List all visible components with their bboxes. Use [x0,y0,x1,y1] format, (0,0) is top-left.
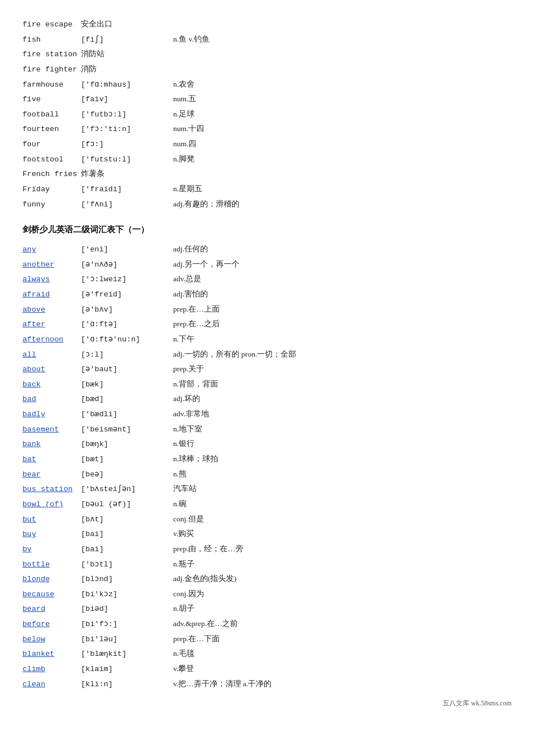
word-link[interactable]: bear [22,467,79,482]
list-item: bad[bæd]adj.坏的 [22,392,512,407]
word-phonetic: [bi'ləu] [81,632,171,647]
word-definition: prep.在…下面 [173,632,220,646]
word-definition: v.购买 [173,526,194,541]
word-phonetic: ['futbɔ:l] [81,107,171,122]
word-definition: n.下午 [173,332,194,346]
word-definition: adv.总是 [173,272,201,286]
word-phonetic: [bʌt] [81,512,171,527]
word-phonetic: ['eni] [81,242,171,257]
word-link[interactable]: because [22,587,79,602]
word-definition: n.地下室 [173,422,202,436]
word-link[interactable]: another [22,258,79,272]
list-item: climb[klaim]v.攀登 [22,662,512,677]
list-item: bank[bæŋk]n.银行 [22,436,512,452]
word-phonetic: [ə'bʌv] [81,303,171,317]
word-link[interactable]: blonde [22,572,79,587]
word-phonetic: [biəd] [81,602,171,616]
word-definition: num.四 [173,137,196,151]
word-link[interactable]: any [22,242,79,257]
list-item: bear[beə]n.熊 [22,467,512,482]
word-phonetic: ['ɑ:ftə] [81,317,171,332]
word-definition: adj.害怕的 [173,287,208,302]
word-definition: conj.但是 [173,512,204,526]
list-item: but[bʌt]conj.但是 [22,512,512,527]
list-item: beard[biəd]n.胡子 [22,601,512,616]
list-item: about[ə'baut]prep.关于 [22,362,512,377]
word-phonetic: ['ɑ:ftə'nu:n] [81,332,171,347]
list-item: bottle['bɔtl]n.瓶子 [22,557,512,572]
word-link[interactable]: badly [22,407,79,422]
word-definition: prep.关于 [173,362,204,376]
list-item: fish[fiʃ]n.鱼 v.钓鱼 [22,32,512,47]
list-item: blanket['blæŋkit]n.毛毯 [22,646,512,662]
word-phonetic: [bi'kɔz] [81,587,171,602]
word-link[interactable]: bowl (of) [22,497,79,512]
word-definition: adj.另一个，再一个 [173,257,239,272]
list-item: football['futbɔ:l]n.足球 [22,107,512,122]
word-definition: adj.一切的，所有的 pron.一切；全部 [173,347,296,362]
word-definition: n.背部，背面 [173,377,218,392]
word-definition: n.瓶子 [173,557,194,572]
word-phonetic: ['futstu:l] [81,152,171,167]
word-phonetic: ['bʌsteiʃən] [81,482,171,497]
word-link[interactable]: above [22,303,79,317]
list-item: another[ə'nʌðə]adj.另一个，再一个 [22,257,512,272]
word-link[interactable]: bottle [22,557,79,572]
list-item: any['eni]adj.任何的 [22,242,512,257]
word-link[interactable]: back [22,377,79,392]
word-link[interactable]: basement [22,422,79,437]
word-phonetic: [bai] [81,527,171,542]
word-phonetic: [ə'freid] [81,287,171,302]
word-link[interactable]: afraid [22,287,79,302]
word-english: fish [22,33,79,47]
list-item: because[bi'kɔz]conj.因为 [22,587,512,602]
word-link[interactable]: buy [22,527,79,542]
word-phonetic: ['fʌni] [81,197,171,212]
word-link[interactable]: all [22,348,79,362]
word-link[interactable]: clean [22,677,79,692]
list-item: footstool['futstu:l]n.脚凳 [22,152,512,167]
word-link[interactable]: by [22,542,79,557]
word-english: fire fighter [22,62,79,77]
word-link[interactable]: before [22,617,79,632]
word-definition: 消防 [81,62,97,76]
word-link[interactable]: beard [22,602,79,616]
list-item: below[bi'ləu]prep.在…下面 [22,632,512,647]
list-item: fire station消防站 [22,47,512,62]
word-phonetic: ['bɔtl] [81,557,171,572]
word-link[interactable]: below [22,632,79,647]
word-phonetic: [bai] [81,542,171,557]
word-link[interactable]: bank [22,437,79,452]
word-link[interactable]: but [22,512,79,527]
word-phonetic: [kli:n] [81,677,171,692]
word-phonetic: ['fɔ:'ti:n] [81,122,171,137]
word-english: five [22,92,79,107]
word-definition: n.碗 [173,497,187,511]
word-definition: 炸薯条 [81,166,105,181]
word-link[interactable]: blanket [22,647,79,662]
top-vocabulary-section: fire escape安全出口fish[fiʃ]n.鱼 v.钓鱼fire sta… [22,17,512,212]
word-definition: n.球棒；球拍 [173,452,218,466]
word-english: football [22,107,79,122]
word-english: fire station [22,47,79,62]
word-link[interactable]: always [22,272,79,287]
word-phonetic: [ɔ:l] [81,348,171,362]
word-link[interactable]: afternoon [22,332,79,347]
word-link[interactable]: bat [22,452,79,467]
word-link[interactable]: climb [22,662,79,677]
list-item: French fries炸薯条 [22,166,512,182]
list-item: clean[kli:n]v.把…弄干净；清理 a.干净的 [22,677,512,692]
list-item: all[ɔ:l]adj.一切的，所有的 pron.一切；全部 [22,347,512,362]
word-link[interactable]: bad [22,392,79,407]
list-item: Friday['fraidi]n.星期五 [22,182,512,197]
word-link[interactable]: about [22,362,79,377]
word-definition: prep.在…上面 [173,302,220,317]
word-link[interactable]: after [22,317,79,332]
word-link[interactable]: bus station [22,482,79,497]
word-definition: n.银行 [173,436,194,451]
word-definition: adj.金色的(指头发) [173,572,237,586]
list-item: bus station['bʌsteiʃən]汽车站 [22,482,512,497]
word-english: farmhouse [22,78,79,92]
word-phonetic: ['fraidi] [81,182,171,197]
list-item: always['ɔ:lweiz]adv.总是 [22,272,512,287]
